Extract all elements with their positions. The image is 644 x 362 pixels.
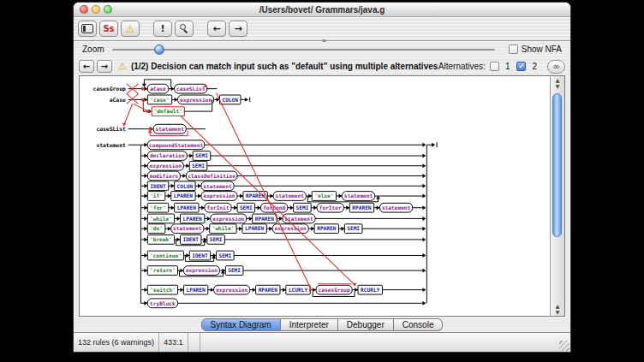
diagram-arrow xyxy=(270,194,273,199)
status-filler xyxy=(200,333,570,352)
syntax-coloring-button[interactable]: Ss xyxy=(99,21,118,37)
diagram-node-label: aCase xyxy=(150,86,166,92)
diagram-arrow xyxy=(269,227,272,231)
diagram-node-label: 'while' xyxy=(212,225,234,231)
link-button[interactable]: ∞ xyxy=(547,60,565,74)
diagram-arrow xyxy=(239,227,242,231)
diagram-arrow xyxy=(422,288,426,292)
diagram-node-label: 'break' xyxy=(150,236,172,242)
diagram-arrow xyxy=(313,288,316,292)
scroll-top-arrows[interactable]: ▲ ▼ xyxy=(551,77,564,89)
diagram-node-label: statement xyxy=(344,193,373,199)
tab-syntax-diagram[interactable]: Syntax Diagram xyxy=(201,318,281,331)
diagram-arrow xyxy=(422,194,426,199)
diagram-node-label: 'return' xyxy=(150,267,176,273)
scroll-up-icon: ▲ xyxy=(551,303,564,309)
diagram-arrow xyxy=(279,217,283,221)
zoom-slider-thumb[interactable] xyxy=(154,45,164,55)
zoom-button[interactable] xyxy=(104,5,112,14)
diagram-arrow xyxy=(144,288,147,292)
diagram-node-label: forCond xyxy=(263,205,285,211)
diagram-arrow xyxy=(144,143,147,147)
diagram-arrow xyxy=(198,184,201,188)
show-nfa-checkbox[interactable] xyxy=(509,45,518,54)
diagram-node-label: expression xyxy=(203,193,235,199)
diagram-arrow xyxy=(144,217,147,221)
vertical-scrollbar[interactable]: ▲ ▼ ▲ ▼ xyxy=(550,76,564,316)
diagram-arrow xyxy=(180,288,183,292)
diagram-arrow xyxy=(422,217,426,221)
zoom-slider[interactable] xyxy=(112,45,495,55)
scrollbar-thumb[interactable] xyxy=(552,93,562,237)
zoom-label: Zoom xyxy=(82,45,104,54)
diagram-arrow xyxy=(339,194,343,199)
diagram-arrow xyxy=(198,194,201,199)
diagram-node-label: IDENT xyxy=(150,183,166,189)
minimize-button[interactable] xyxy=(92,5,100,14)
alternatives-label: Alternatives: xyxy=(438,62,486,71)
rule-label: casesGroup xyxy=(93,86,126,92)
scroll-down-icon: ▼ xyxy=(551,83,564,89)
zoom-slider-track[interactable] xyxy=(112,49,495,50)
warnings-button[interactable]: ⚠ xyxy=(121,21,140,37)
next-warning-button[interactable]: → xyxy=(97,60,112,73)
diagram-node-label: LPAREN xyxy=(174,193,194,199)
forward-button[interactable]: → xyxy=(229,21,247,37)
diagram-arrow xyxy=(144,174,147,178)
tab-debugger[interactable]: Debugger xyxy=(338,318,394,331)
resize-grip[interactable] xyxy=(559,341,569,351)
tab-interpreter[interactable]: Interpreter xyxy=(281,318,338,331)
diagram-node-label: SEMI xyxy=(347,225,360,231)
diagram-arrow xyxy=(258,205,261,210)
diagram-node-label: forInit xyxy=(207,205,230,211)
diagram-node-label: SEMI xyxy=(192,163,205,169)
find-button[interactable] xyxy=(175,21,194,37)
tab-console[interactable]: Console xyxy=(394,318,444,331)
diagram-node-label: SEMI xyxy=(218,252,231,258)
back-button[interactable]: ← xyxy=(207,21,226,37)
diagram-arrow xyxy=(171,86,175,91)
diagram-node-label: RPAREN xyxy=(255,216,275,222)
diagram-arrow xyxy=(144,154,147,158)
diagram-arrow xyxy=(234,205,237,210)
diagram-arrow xyxy=(168,227,171,231)
check-grammar-button[interactable]: ! xyxy=(153,21,172,37)
prev-warning-button[interactable]: ← xyxy=(79,60,94,73)
diagram-node-label: IDENT xyxy=(192,252,208,258)
diagram-arrow xyxy=(177,237,181,241)
console-icon xyxy=(81,24,93,33)
diagram-node-label: 'case' xyxy=(150,97,169,103)
scroll-down-icon: ▼ xyxy=(551,309,564,315)
diagram-node-label: forIter xyxy=(319,205,342,211)
diagram-arrow xyxy=(422,174,426,178)
prev-warning-icon: ← xyxy=(83,62,90,71)
diagram-node-label: 'switch' xyxy=(150,287,176,293)
diagram-arrow xyxy=(144,227,147,231)
diagram-node-label: statement xyxy=(156,126,185,132)
window-controls xyxy=(74,5,112,14)
console-button[interactable] xyxy=(78,21,97,37)
diagram-arrow xyxy=(353,283,357,287)
diagram-node-label: LPAREN xyxy=(177,205,197,211)
diagram-arrow xyxy=(422,269,426,273)
diagram-arrow xyxy=(168,194,171,199)
diagram-node-label: 'continue' xyxy=(150,252,182,258)
alternative-2-checkbox[interactable]: ✓ xyxy=(516,62,526,71)
diagram-node-label: SEMI xyxy=(195,152,208,158)
close-button[interactable] xyxy=(80,5,88,14)
diagram-node-label: declaration xyxy=(150,152,185,158)
diagram-node-label: LCURLY xyxy=(289,287,308,293)
app-window: /Users/bovet/ Grammars/java.g Ss ⚠ ! ← →… xyxy=(73,2,571,353)
alternative-1-checkbox[interactable] xyxy=(490,62,499,71)
title-bar[interactable]: /Users/bovet/ Grammars/java.g xyxy=(74,3,570,17)
scroll-bottom-arrows[interactable]: ▲ ▼ xyxy=(551,303,564,315)
empty-status-cell xyxy=(188,333,200,352)
diagram-arrow xyxy=(422,301,426,306)
syntax-coloring-icon: Ss xyxy=(103,25,114,33)
diagram-arrow xyxy=(377,205,380,210)
diagram-node-label: statement xyxy=(276,193,305,199)
diagram-arrow xyxy=(422,205,426,210)
diagram-panel: casesGroupaCasecaseSListaCase'case'expre… xyxy=(79,75,565,317)
syntax-diagram-canvas[interactable]: casesGroupaCasecaseSListaCase'case'expre… xyxy=(80,76,550,316)
diagram-node-label: COLON xyxy=(177,183,194,189)
